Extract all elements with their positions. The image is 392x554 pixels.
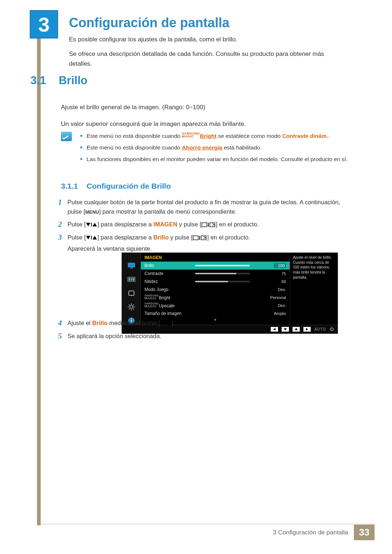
svg-rect-10 bbox=[199, 236, 200, 240]
osd-row: SAMSUNGMAGICUpscaleDes. bbox=[141, 301, 290, 309]
osd-row-value: 60 bbox=[264, 279, 286, 284]
intro-block: Es posible configurar los ajustes de la … bbox=[69, 35, 348, 74]
svg-rect-13 bbox=[130, 268, 133, 268]
osd-row: Contraste75 bbox=[141, 270, 290, 278]
osd-help-text: Ajuste el nivel de brillo. Cuanto más ce… bbox=[290, 253, 338, 325]
chapter-badge: 3 bbox=[30, 10, 58, 38]
svg-marker-0 bbox=[86, 223, 90, 226]
note-box: Este menú no está disponible cuando SAMS… bbox=[61, 132, 351, 167]
color-icon bbox=[127, 275, 136, 283]
osd-row: Tamaño de imagenAmplio bbox=[141, 309, 290, 317]
osd-main-panel: IMAGEN Brillo100Contraste75Nitidez60Modo… bbox=[141, 253, 290, 325]
osd-slider bbox=[195, 281, 250, 282]
svg-rect-17 bbox=[133, 278, 134, 281]
down-up-icon bbox=[160, 319, 172, 329]
steps-list-continued: 4 Ajuste el Brillo mediante el botón [].… bbox=[58, 319, 348, 344]
step-2: 2 Pulse [] para desplazarse a IMAGEN y p… bbox=[58, 220, 348, 229]
steps-list: 1 Pulse cualquier botón de la parte fron… bbox=[58, 198, 348, 257]
svg-rect-12 bbox=[128, 263, 135, 267]
svg-marker-35 bbox=[160, 321, 165, 325]
osd-row: Brillo100 bbox=[141, 262, 290, 270]
svg-line-27 bbox=[133, 304, 134, 305]
osd-row-value: 75 bbox=[264, 271, 286, 276]
section-heading: 3.1 Brillo bbox=[30, 74, 87, 87]
osd-row-value: Des. bbox=[264, 303, 286, 308]
step-3: 3 Pulse [] para desplazarse a Brillo y p… bbox=[58, 233, 348, 254]
footer-text: 3 Configuración de pantalla bbox=[273, 529, 348, 536]
osd-row-label: Nitidez bbox=[144, 279, 195, 284]
osd-row-label: SAMSUNGMAGICUpscale bbox=[144, 303, 195, 308]
svg-line-26 bbox=[129, 308, 130, 309]
section-title: Brillo bbox=[59, 74, 87, 87]
menu-button-label: MENU bbox=[85, 209, 99, 215]
step-4: 4 Ajuste el Brillo mediante el botón []. bbox=[58, 319, 348, 328]
osd-row-value: 100 bbox=[274, 263, 286, 268]
svg-line-25 bbox=[133, 308, 134, 309]
osd-row-label: Tamaño de imagen bbox=[144, 311, 195, 316]
osd-category-icons bbox=[122, 253, 141, 325]
svg-marker-37 bbox=[167, 321, 171, 325]
svg-marker-8 bbox=[93, 236, 97, 239]
svg-rect-9 bbox=[193, 236, 198, 240]
osd-row-label: Contraste bbox=[144, 271, 195, 276]
down-up-icon bbox=[86, 234, 97, 243]
osd-row-label: Brillo bbox=[144, 263, 195, 268]
footer-rule bbox=[41, 524, 375, 524]
intro-p1: Es posible configurar los ajustes de la … bbox=[69, 35, 348, 44]
osd-row-label: Modo Juego bbox=[144, 287, 195, 292]
osd-row-label: SAMSUNGMAGICBright bbox=[144, 295, 195, 300]
intro-p2: Se ofrece una descripción detallada de c… bbox=[69, 49, 348, 69]
svg-rect-16 bbox=[131, 278, 132, 281]
subsection-number: 3.1.1 bbox=[61, 182, 78, 190]
svg-rect-36 bbox=[166, 321, 166, 325]
enter-source-icon bbox=[201, 221, 216, 230]
osd-row: SAMSUNGMAGICBrightPersonal bbox=[141, 294, 290, 301]
monitor-icon bbox=[127, 262, 136, 270]
left-vertical-rule bbox=[37, 10, 41, 525]
body-p1: Ajuste el brillo general de la imagen. (… bbox=[61, 103, 348, 112]
osd-row: Modo JuegoDes. bbox=[141, 286, 290, 294]
svg-line-24 bbox=[129, 304, 130, 305]
svg-marker-2 bbox=[93, 223, 97, 226]
note-icon bbox=[61, 132, 72, 141]
svg-rect-18 bbox=[129, 291, 134, 295]
osd-tab-title: IMAGEN bbox=[141, 253, 290, 262]
svg-point-19 bbox=[130, 305, 133, 308]
magic-bright-label: SAMSUNGMAGICBright bbox=[182, 133, 216, 139]
down-up-icon bbox=[86, 221, 97, 230]
osd-slider bbox=[195, 273, 250, 274]
osd-row-value: Amplio bbox=[264, 311, 286, 316]
note-item-1: Este menú no está disponible cuando SAMS… bbox=[80, 132, 348, 140]
enter-source-icon bbox=[193, 234, 207, 243]
chapter-title: Configuración de pantalla bbox=[69, 15, 229, 30]
subsection-heading: 3.1.1 Configuración de Brillo bbox=[61, 182, 171, 190]
osd-row: Nitidez60 bbox=[141, 278, 290, 286]
osd-slider bbox=[195, 265, 250, 266]
osd-row-value: Personal bbox=[264, 295, 286, 300]
svg-rect-1 bbox=[91, 223, 92, 226]
page-footer: 3 Configuración de pantalla 33 bbox=[273, 525, 375, 540]
section-body: Ajuste el brillo general de la imagen. (… bbox=[61, 103, 348, 136]
page-number: 33 bbox=[354, 525, 375, 540]
osd-row-value: Des. bbox=[264, 287, 286, 292]
gear-icon bbox=[127, 303, 136, 311]
resize-icon bbox=[127, 289, 136, 297]
note-item-2: Este menú no está disponible cuando Ahor… bbox=[80, 143, 348, 152]
note-item-3: Las funciones disponibles en el monitor … bbox=[80, 155, 348, 164]
note-list: Este menú no está disponible cuando SAMS… bbox=[80, 132, 348, 167]
svg-rect-15 bbox=[128, 278, 130, 281]
subsection-title: Configuración de Brillo bbox=[87, 182, 171, 190]
section-number: 3.1 bbox=[30, 74, 46, 87]
step-5: 5 Se aplicará la opción seleccionada. bbox=[58, 332, 348, 341]
svg-rect-3 bbox=[202, 223, 207, 227]
step-1: 1 Pulse cualquier botón de la parte fron… bbox=[58, 198, 348, 216]
svg-rect-7 bbox=[91, 236, 92, 239]
svg-rect-4 bbox=[208, 223, 209, 227]
body-p2: Un valor superior conseguirá que la imag… bbox=[61, 119, 348, 129]
svg-marker-6 bbox=[86, 236, 90, 239]
chapter-number: 3 bbox=[38, 13, 49, 36]
